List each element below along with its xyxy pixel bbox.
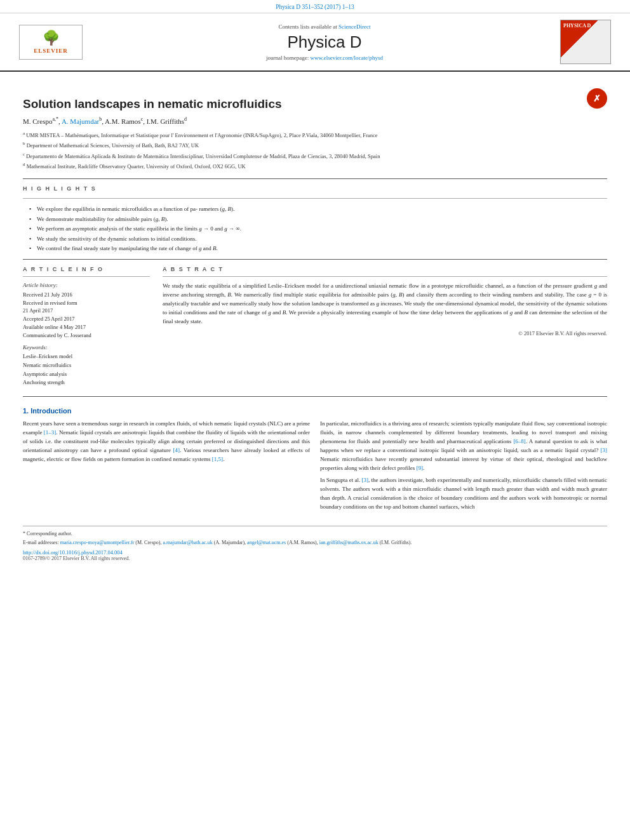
divider-before-intro: [23, 396, 607, 397]
author-griffiths: I.M. Griffithsd: [147, 117, 187, 125]
history-accepted: Accepted 25 April 2017: [23, 315, 150, 323]
email-griffiths-name: (I.M. Griffiths).: [380, 540, 412, 545]
info-abstract-section: A R T I C L E I N F O Article history: R…: [23, 266, 607, 387]
affil-b-text: Department of Mathematical Sciences, Uni…: [27, 142, 199, 149]
article-info-column: A R T I C L E I N F O Article history: R…: [23, 266, 150, 387]
section-1-title: 1. Introduction: [23, 407, 607, 415]
affil-b: b Department of Mathematical Sciences, U…: [23, 140, 607, 150]
article-info-label: A R T I C L E I N F O: [23, 266, 150, 272]
keyword-4: Anchoring strength: [23, 378, 150, 387]
footnote-corresponding: * Corresponding author.: [23, 530, 607, 538]
highlight-4: We study the sensitivity of the dynamic …: [29, 235, 607, 243]
journal-citation: Physica D 351–352 (2017) 1–13: [276, 4, 354, 10]
author-majumdar[interactable]: A. Majumdar: [62, 117, 99, 125]
history-revised-label: Received in revised form: [23, 299, 150, 307]
footnote-emails: E-mail addresses: maria.crespo-moya@umon…: [23, 539, 607, 547]
affil-c: c Departamento de Matemática Aplicada & …: [23, 151, 607, 161]
corresponding-label: * Corresponding author.: [23, 531, 72, 537]
introduction-section: 1. Introduction Recent years have seen a…: [23, 407, 607, 516]
abstract-divider: [163, 276, 607, 277]
keyword-3: Asymptotic analysis: [23, 370, 150, 379]
email-majumdar[interactable]: a.majumdar@bath.ac.uk: [163, 540, 212, 545]
cite-6-8[interactable]: [6–8]: [513, 438, 526, 444]
sciencedirect-link[interactable]: ScienceDirect: [338, 23, 370, 30]
divider-after-affiliations: [23, 178, 607, 179]
email-crespo[interactable]: maria.crespo-moya@umontpellier.fr: [60, 540, 135, 545]
affiliations: a UMR MISTEA – Mathématiques, Informatiq…: [23, 130, 607, 171]
abstract-label: A B S T R A C T: [163, 266, 607, 272]
cite-3b[interactable]: [3]: [362, 477, 369, 483]
keyword-2: Nematic microfluidics: [23, 361, 150, 370]
crossmark-icon: ✗: [593, 93, 601, 104]
cite-3[interactable]: [3]: [601, 447, 608, 453]
highlights-section: H I G H L I G H T S We explore the equil…: [23, 185, 607, 253]
intro-p1: Recent years have seen a tremendous surg…: [23, 420, 310, 464]
main-content: Solution landscapes in nematic microflui…: [0, 72, 630, 571]
crossmark-badge[interactable]: ✗: [587, 88, 607, 109]
intro-p2: In particular, microfluidics is a thrivi…: [320, 420, 607, 473]
journal-top-bar: Physica D 351–352 (2017) 1–13: [0, 0, 630, 13]
journal-name: Physica D: [95, 32, 554, 52]
elsevier-logo: 🌳 ELSEVIER: [19, 25, 83, 60]
footnotes-section: * Corresponding author. E-mail addresses…: [23, 526, 607, 561]
cite-4[interactable]: [4]: [173, 447, 180, 453]
highlight-1: We explore the equilibria in nematic mic…: [29, 205, 607, 213]
journal-homepage: journal homepage: www.elsevier.com/locat…: [95, 55, 554, 61]
highlights-label: H I G H L I G H T S: [23, 185, 607, 192]
cite-1-5[interactable]: [1,5]: [212, 456, 223, 462]
doi-text[interactable]: http://dx.doi.org/10.1016/j.physd.2017.0…: [23, 549, 123, 556]
history-communicated: Communicated by C. Josserand: [23, 331, 150, 340]
cover-label: PHYSICA D: [563, 23, 591, 29]
doi-line[interactable]: http://dx.doi.org/10.1016/j.physd.2017.0…: [23, 549, 607, 556]
divider-highlights-end: [23, 259, 607, 260]
keywords-label: Keywords:: [23, 344, 150, 350]
journal-url[interactable]: www.elsevier.com/locate/physd: [311, 55, 383, 61]
article-info-divider: [23, 276, 150, 277]
highlight-3: We perform an asymptotic analysis of the…: [29, 225, 607, 233]
page: Physica D 351–352 (2017) 1–13 🌳 ELSEVIER…: [0, 0, 630, 840]
homepage-prefix: journal homepage:: [266, 55, 310, 61]
copyright-line: © 2017 Elsevier B.V. All rights reserved…: [163, 330, 607, 337]
email-ramos[interactable]: angel@mat.ucm.es: [247, 540, 286, 545]
email-majumdar-name: (A. Majumdar),: [214, 540, 246, 545]
elsevier-logo-section: 🌳 ELSEVIER: [13, 25, 89, 60]
email-crespo-name: (M. Crespo),: [135, 540, 161, 545]
article-title: Solution landscapes in nematic microflui…: [23, 97, 282, 111]
contents-prefix: Contents lists available at: [279, 23, 338, 30]
email-griffiths[interactable]: ian.griffiths@maths.ox.ac.uk: [319, 540, 379, 545]
journal-title-section: Contents lists available at ScienceDirec…: [95, 23, 554, 61]
intro-col-left: Recent years have seen a tremendous surg…: [23, 420, 310, 516]
authors-line: M. Crespoa,*, A. Majumdarb, A.M. Ramosc,…: [23, 116, 607, 125]
affil-a: a UMR MISTEA – Mathématiques, Informatiq…: [23, 130, 607, 140]
issn-line: 0167-2789/© 2017 Elsevier B.V. All right…: [23, 556, 607, 561]
email-ramos-name: (A.M. Ramos),: [287, 540, 318, 545]
highlights-divider: [23, 198, 607, 199]
highlights-list: We explore the equilibria in nematic mic…: [23, 205, 607, 253]
history-label: Article history:: [23, 282, 150, 288]
cite-1-3[interactable]: [1–3]: [44, 429, 57, 436]
affil-c-text: Departamento de Matemática Aplicada & In…: [26, 153, 380, 159]
author-ramos: A.M. Ramosc: [105, 117, 143, 125]
history-received: Received 21 July 2016: [23, 291, 150, 299]
intro-text-right: In particular, microfluidics is a thrivi…: [320, 420, 607, 512]
affil-a-text: UMR MISTEA – Mathématiques, Informatique…: [26, 131, 377, 138]
abstract-column: A B S T R A C T We study the static equi…: [163, 266, 607, 387]
affil-d-text: Mathematical Institute, Radcliffe Observ…: [27, 163, 246, 170]
highlight-5: We control the final steady state by man…: [29, 244, 607, 253]
intro-text-left: Recent years have seen a tremendous surg…: [23, 420, 310, 464]
history-revised-date: 21 April 2017: [23, 307, 150, 315]
journal-cover-thumb: PHYSICA D: [560, 20, 611, 64]
elsevier-brand: ELSEVIER: [34, 48, 68, 54]
history-available: Available online 4 May 2017: [23, 323, 150, 331]
highlight-2: We demonstrate multistability for admiss…: [29, 215, 607, 223]
contents-line: Contents lists available at ScienceDirec…: [95, 23, 554, 30]
intro-col-right: In particular, microfluidics is a thrivi…: [320, 420, 607, 516]
cite-9[interactable]: [9]: [416, 465, 423, 471]
journal-header: 🌳 ELSEVIER Contents lists available at S…: [0, 13, 630, 72]
intro-two-col: Recent years have seen a tremendous surg…: [23, 420, 607, 516]
intro-p3: In Sengupta et al. [3], the authors inve…: [320, 476, 607, 512]
email-label: E-mail addresses:: [23, 540, 59, 545]
affil-d: d Mathematical Institute, Radcliffe Obse…: [23, 161, 607, 171]
journal-thumbnail: PHYSICA D: [560, 20, 617, 64]
tree-icon: 🌳: [43, 30, 60, 46]
